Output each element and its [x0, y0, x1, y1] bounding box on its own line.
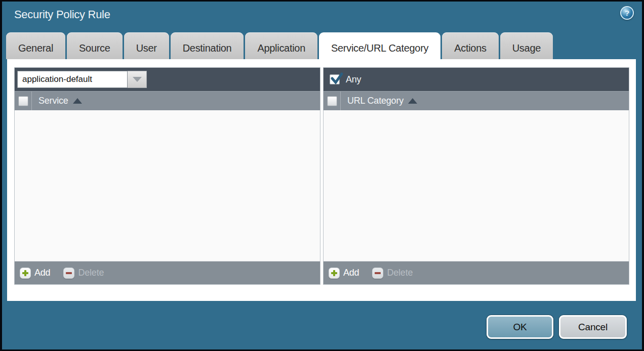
any-checkbox-label: Any	[346, 74, 361, 85]
any-checkbox[interactable]	[330, 74, 340, 84]
cancel-button[interactable]: Cancel	[559, 315, 627, 339]
tab-source[interactable]: Source	[67, 32, 123, 59]
url-category-footer: Add Delete	[324, 261, 629, 284]
tab-content-area: application-default Service	[7, 59, 636, 301]
tab-service-url-category[interactable]: Service/URL Category	[319, 32, 440, 59]
plus-icon	[20, 268, 31, 279]
url-category-toolbar: Any	[324, 68, 629, 91]
tab-general[interactable]: General	[6, 32, 65, 59]
dialog-title: Security Policy Rule	[14, 8, 110, 21]
url-category-select-all-cell	[324, 92, 341, 110]
url-category-add-button[interactable]: Add	[329, 268, 359, 279]
url-category-table-header: URL Category	[324, 91, 629, 110]
help-icon[interactable]: ?	[620, 6, 634, 20]
any-checkbox-group: Any	[326, 74, 361, 85]
service-column-header[interactable]: Service	[38, 96, 82, 106]
tab-bar: General Source User Destination Applicat…	[6, 32, 553, 59]
sort-ascending-icon	[73, 98, 82, 104]
service-type-value[interactable]: application-default	[17, 71, 128, 88]
minus-icon	[63, 268, 74, 279]
url-category-select-all-checkbox[interactable]	[327, 96, 337, 106]
url-category-delete-button[interactable]: Delete	[372, 268, 413, 279]
service-panel: application-default Service	[14, 67, 320, 285]
service-type-dropdown-button[interactable]	[128, 71, 147, 88]
service-toolbar: application-default	[15, 68, 320, 91]
service-footer: Add Delete	[15, 261, 320, 284]
service-table-header: Service	[15, 91, 320, 110]
tab-user[interactable]: User	[124, 32, 169, 59]
service-add-button[interactable]: Add	[20, 268, 50, 279]
sort-ascending-icon	[408, 98, 417, 104]
service-select-all-cell	[15, 92, 32, 110]
security-policy-rule-dialog: Security Policy Rule ? General Source Us…	[0, 0, 644, 351]
minus-icon	[372, 268, 383, 279]
service-type-combo: application-default	[17, 71, 147, 88]
tab-actions[interactable]: Actions	[442, 32, 499, 59]
checkmark-icon	[330, 71, 344, 85]
url-category-panel: Any URL Category Add	[323, 67, 629, 285]
service-list	[15, 110, 320, 261]
ok-button[interactable]: OK	[487, 315, 553, 339]
tab-usage[interactable]: Usage	[500, 32, 553, 59]
service-delete-button[interactable]: Delete	[63, 268, 104, 279]
service-select-all-checkbox[interactable]	[18, 96, 28, 106]
tab-destination[interactable]: Destination	[171, 32, 244, 59]
url-category-column-header[interactable]: URL Category	[347, 96, 417, 106]
plus-icon	[329, 268, 340, 279]
url-category-list	[324, 110, 629, 261]
tab-application[interactable]: Application	[245, 32, 317, 59]
dialog-surface: Security Policy Rule ? General Source Us…	[2, 2, 642, 349]
chevron-down-icon	[133, 77, 142, 82]
